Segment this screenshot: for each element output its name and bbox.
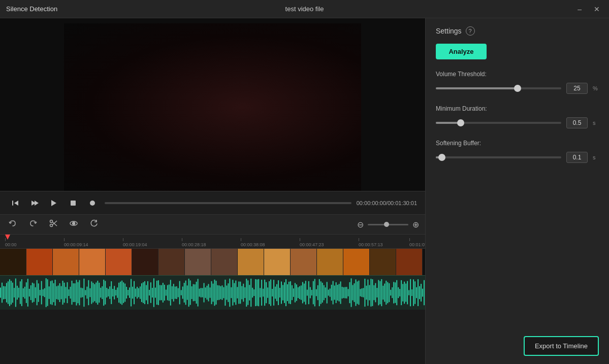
svg-rect-219: [311, 290, 312, 295]
play-button[interactable]: [47, 197, 61, 209]
min-duration-thumb[interactable]: [457, 119, 464, 126]
svg-rect-214: [304, 284, 305, 302]
step-back-button[interactable]: [8, 197, 22, 209]
svg-rect-94: [121, 281, 122, 305]
svg-rect-19: [8, 281, 9, 304]
svg-rect-202: [285, 279, 286, 306]
svg-marker-3: [35, 201, 39, 206]
svg-rect-92: [118, 283, 119, 303]
svg-rect-66: [79, 280, 80, 306]
svg-rect-59: [69, 289, 70, 296]
svg-rect-252: [361, 288, 362, 297]
app-title: Silence Detection: [6, 5, 57, 13]
strip-thumbnail: [370, 249, 396, 275]
svg-rect-262: [376, 288, 377, 297]
svg-rect-149: [205, 287, 206, 298]
svg-rect-116: [155, 287, 156, 297]
rotate-button[interactable]: [87, 217, 101, 232]
svg-point-6: [90, 201, 95, 206]
stop-button[interactable]: [66, 197, 80, 209]
svg-rect-38: [37, 280, 38, 306]
svg-rect-260: [373, 285, 374, 300]
visibility-button[interactable]: [67, 217, 80, 232]
volume-thumb[interactable]: [514, 85, 521, 92]
undo-button[interactable]: [6, 217, 19, 232]
svg-rect-88: [112, 289, 113, 296]
svg-rect-122: [164, 285, 165, 301]
svg-rect-216: [307, 290, 308, 296]
softening-thumb[interactable]: [438, 154, 445, 161]
strip-thumbnail: [53, 249, 79, 275]
redo-button[interactable]: [26, 217, 40, 232]
softening-buffer-input[interactable]: [566, 152, 588, 163]
ruler-mark: 00:00:38:08: [241, 238, 265, 247]
svg-rect-29: [23, 288, 24, 297]
zoom-thumb[interactable]: [384, 222, 389, 227]
svg-rect-178: [249, 285, 250, 301]
record-button[interactable]: [85, 197, 100, 209]
minimize-button[interactable]: –: [574, 4, 585, 14]
svg-rect-49: [53, 283, 54, 302]
svg-rect-24: [15, 279, 16, 307]
svg-rect-184: [258, 279, 259, 306]
ruler-mark: 00:00: [5, 238, 17, 247]
zoom-slider[interactable]: [368, 224, 408, 225]
volume-threshold-slider[interactable]: [436, 87, 561, 89]
svg-rect-278: [401, 280, 402, 305]
fast-forward-button[interactable]: [27, 197, 42, 209]
svg-rect-137: [187, 285, 188, 300]
svg-rect-282: [407, 281, 408, 305]
svg-rect-145: [199, 289, 200, 297]
svg-rect-170: [237, 287, 238, 298]
svg-rect-180: [252, 288, 253, 297]
export-timeline-button[interactable]: Export to Timeline: [524, 336, 599, 356]
svg-rect-293: [424, 280, 425, 305]
ruler-mark: 00:00:19:04: [123, 238, 147, 247]
svg-rect-217: [308, 281, 309, 304]
volume-threshold-input[interactable]: [566, 83, 588, 94]
svg-rect-220: [313, 281, 314, 305]
zoom-in-button[interactable]: ⊕: [412, 220, 419, 229]
close-button[interactable]: ✕: [591, 4, 603, 14]
svg-rect-208: [295, 283, 296, 302]
zoom-out-button[interactable]: ⊖: [357, 220, 364, 229]
svg-rect-291: [421, 284, 422, 302]
cut-button[interactable]: [47, 217, 60, 232]
video-overlay: [64, 23, 361, 191]
strip-thumbnail: [343, 249, 370, 275]
minimum-duration-slider[interactable]: [436, 122, 561, 124]
svg-rect-22: [12, 283, 13, 303]
svg-rect-134: [182, 286, 183, 299]
svg-rect-61: [71, 281, 72, 305]
svg-rect-103: [135, 288, 136, 296]
svg-rect-86: [109, 286, 110, 299]
softening-buffer-slider[interactable]: [436, 156, 561, 158]
window-controls: – ✕: [574, 4, 603, 14]
svg-rect-120: [161, 285, 162, 301]
svg-rect-239: [342, 287, 343, 299]
svg-rect-141: [193, 284, 194, 302]
analyze-button[interactable]: Analyze: [436, 44, 487, 59]
svg-rect-82: [103, 280, 104, 306]
volume-threshold-unit: %: [593, 85, 599, 91]
ruler-mark: 00:01:07:03: [409, 238, 425, 247]
minimum-duration-input[interactable]: [566, 117, 588, 128]
svg-rect-206: [292, 285, 293, 300]
svg-rect-147: [202, 288, 203, 297]
help-button[interactable]: ?: [466, 26, 475, 36]
svg-rect-27: [20, 281, 21, 304]
svg-rect-153: [211, 281, 212, 304]
svg-rect-57: [66, 287, 67, 298]
svg-rect-152: [210, 287, 211, 297]
timeline-toolbar: ⊖ ⊕: [0, 214, 425, 235]
strip-thumbnail: [317, 249, 343, 275]
progress-bar[interactable]: [105, 202, 351, 204]
svg-rect-36: [34, 283, 35, 302]
volume-threshold-group: Volume Threshold: %: [436, 71, 599, 94]
video-area: [0, 18, 425, 191]
strip-thumbnail: [238, 249, 264, 275]
svg-rect-261: [375, 283, 376, 303]
svg-rect-33: [29, 289, 30, 296]
svg-rect-23: [14, 288, 15, 297]
svg-rect-218: [310, 287, 311, 299]
